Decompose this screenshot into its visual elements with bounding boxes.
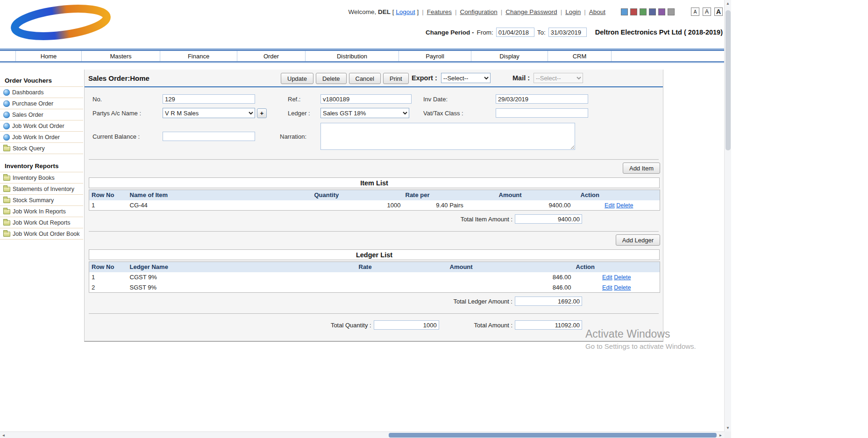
- vat-tax-class-label: Vat/Tax Class :: [423, 110, 496, 117]
- cancel-button[interactable]: Cancel: [349, 73, 381, 84]
- tab-distribution[interactable]: Distribution: [306, 51, 399, 61]
- item-amount: 9400.00: [497, 200, 578, 211]
- ledger-delete-link[interactable]: Delete: [614, 284, 631, 291]
- item-actions-cell: Edit Delete: [578, 200, 660, 211]
- party-select[interactable]: V R M Sales: [163, 108, 255, 118]
- period-from-input[interactable]: [496, 28, 534, 37]
- font-size-controls: A A A: [691, 7, 723, 16]
- add-ledger-button[interactable]: Add Ledger: [616, 234, 660, 246]
- theme-swatch-purple[interactable]: [658, 8, 665, 15]
- sidebar-item-label: Job Work In Order: [12, 134, 60, 141]
- tab-masters[interactable]: Masters: [82, 51, 160, 61]
- export-select[interactable]: --Select--: [441, 73, 491, 83]
- scroll-down-arrow-icon[interactable]: ▼: [725, 424, 731, 431]
- horizontal-scrollbar-thumb[interactable]: [389, 433, 717, 438]
- scroll-left-arrow-icon[interactable]: ◄: [0, 432, 7, 438]
- sidebar-item-label: Purchase Order: [12, 100, 53, 107]
- add-item-button[interactable]: Add Item: [623, 162, 660, 174]
- party-field: V R M Sales +: [163, 108, 267, 118]
- current-balance-label: Current Balance :: [92, 133, 163, 140]
- print-button[interactable]: Print: [383, 73, 409, 84]
- sidebar-item-job-work-in-reports[interactable]: Job Work In Reports: [0, 206, 83, 217]
- theme-swatch-blue[interactable]: [621, 8, 628, 15]
- scroll-up-arrow-icon[interactable]: ▲: [725, 0, 731, 7]
- total-amount-input[interactable]: [515, 320, 582, 330]
- tab-crm[interactable]: CRM: [548, 51, 612, 61]
- vertical-scrollbar[interactable]: ▲ ▼: [724, 0, 731, 438]
- item-col-rate-per: Rate per: [403, 190, 497, 200]
- item-delete-link[interactable]: Delete: [616, 202, 633, 209]
- add-party-button[interactable]: +: [257, 108, 267, 118]
- globe-icon: [3, 100, 10, 107]
- total-item-amount-row: Total Item Amount :: [85, 214, 663, 224]
- no-input[interactable]: [163, 94, 255, 104]
- item-col-name: Name of Item: [128, 190, 312, 200]
- horizontal-scrollbar[interactable]: ◄ ►: [0, 431, 724, 438]
- font-size-small-button[interactable]: A: [691, 7, 699, 16]
- sidebar-item-label: Statements of Inventory: [13, 186, 74, 192]
- sidebar-item-job-work-in-order[interactable]: Job Work In Order: [0, 132, 83, 143]
- current-balance-input[interactable]: [163, 132, 255, 141]
- sidebar-item-label: Sales Order: [12, 112, 43, 118]
- total-item-amount-input[interactable]: [515, 214, 582, 224]
- separator: |: [422, 8, 424, 15]
- ledger-select[interactable]: Sales GST 18%: [320, 108, 409, 118]
- ledger-table-header-row: Row No Ledger Name Rate Amount Action: [89, 262, 660, 272]
- tab-home[interactable]: Home: [15, 51, 82, 61]
- scroll-right-arrow-icon[interactable]: ►: [717, 432, 724, 438]
- period-to-input[interactable]: [548, 28, 587, 37]
- section-divider: [89, 313, 659, 314]
- theme-swatch-slate[interactable]: [649, 8, 656, 15]
- vertical-scrollbar-thumb[interactable]: [726, 10, 731, 150]
- company-logo: [7, 4, 115, 42]
- sidebar-item-statements-of-inventory[interactable]: Statements of Inventory: [0, 184, 83, 195]
- total-quantity-input[interactable]: [374, 320, 439, 330]
- sidebar-item-dashboards[interactable]: Dashboards: [0, 87, 83, 98]
- sidebar-item-job-work-out-order[interactable]: Job Work Out Order: [0, 120, 83, 132]
- tab-display[interactable]: Display: [471, 51, 548, 61]
- total-ledger-amount-input[interactable]: [515, 297, 582, 306]
- inv-date-input[interactable]: [496, 94, 588, 104]
- font-size-medium-button[interactable]: A: [703, 7, 711, 16]
- theme-swatch-gray[interactable]: [668, 8, 675, 15]
- sidebar-item-stock-query[interactable]: Stock Query: [0, 143, 83, 154]
- delete-button[interactable]: Delete: [316, 73, 347, 84]
- ledger-col-row-no: Row No: [89, 262, 128, 272]
- narration-textarea[interactable]: [320, 123, 575, 150]
- font-size-large-button[interactable]: A: [714, 7, 723, 16]
- features-link[interactable]: Features: [427, 8, 452, 15]
- ledger-edit-link[interactable]: Edit: [602, 284, 612, 291]
- header-links-row: Welcome, DEL [ Logout ] | Features | Con…: [349, 7, 723, 16]
- vat-tax-class-input[interactable]: [496, 108, 588, 118]
- ledger-amount: 846.00: [448, 283, 574, 293]
- mail-select[interactable]: --Select--: [534, 73, 583, 83]
- tab-finance[interactable]: Finance: [160, 51, 237, 61]
- theme-swatch-green[interactable]: [640, 8, 647, 15]
- login-link[interactable]: Login: [565, 8, 581, 15]
- update-button[interactable]: Update: [281, 73, 313, 84]
- logout-link[interactable]: Logout: [396, 8, 415, 15]
- ledger-name: CGST 9%: [128, 272, 356, 283]
- sidebar-item-job-work-out-reports[interactable]: Job Work Out Reports: [0, 217, 83, 228]
- section-divider: [89, 231, 659, 232]
- configuration-link[interactable]: Configuration: [460, 8, 497, 15]
- sidebar-item-inventory-books[interactable]: Inventory Books: [0, 172, 83, 184]
- about-link[interactable]: About: [589, 8, 605, 15]
- tab-order[interactable]: Order: [237, 51, 306, 61]
- theme-swatch-red[interactable]: [630, 8, 637, 15]
- ledger-rate: [356, 272, 448, 283]
- sidebar-item-job-work-out-order-book[interactable]: Job Work Out Order Book: [0, 228, 83, 240]
- content-header: Sales Order:Home Update Delete Cancel Pr…: [85, 70, 663, 87]
- item-edit-link[interactable]: Edit: [605, 202, 615, 209]
- tab-payroll[interactable]: Payroll: [399, 51, 471, 61]
- globe-icon: [3, 89, 10, 96]
- change-password-link[interactable]: Change Password: [505, 8, 557, 15]
- ledger-edit-link[interactable]: Edit: [602, 274, 612, 281]
- ref-input[interactable]: [320, 94, 412, 104]
- globe-icon: [3, 134, 10, 141]
- ledger-delete-link[interactable]: Delete: [614, 274, 631, 281]
- sidebar-item-stock-summary[interactable]: Stock Summary: [0, 195, 83, 206]
- sidebar-item-sales-order[interactable]: Sales Order: [0, 109, 83, 120]
- add-item-row: Add Item: [85, 162, 663, 174]
- sidebar-item-purchase-order[interactable]: Purchase Order: [0, 98, 83, 109]
